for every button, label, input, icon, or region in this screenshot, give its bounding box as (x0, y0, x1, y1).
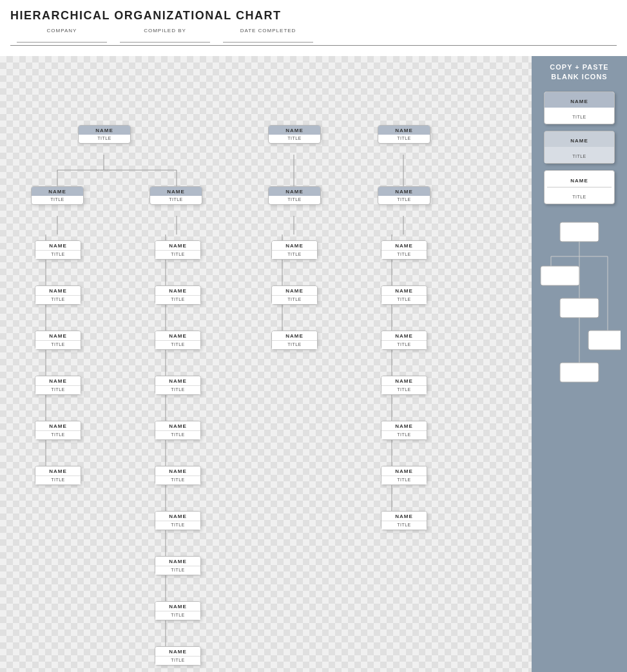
s2-l2-node: NAME TITLE (268, 186, 321, 205)
s3-c5: NAMETITLE (381, 421, 427, 440)
sidebar-title: COPY + PASTEBLANK ICONS (550, 62, 608, 82)
connectors-svg (10, 64, 513, 672)
sidebar-node-2-body: TITLE (545, 147, 614, 163)
sidebar: COPY + PASTEBLANK ICONS NAME TITLE NAME … (532, 56, 627, 672)
date-label: DATE COMPLETED (240, 28, 296, 34)
s1-l2b-c8: NAMETITLE (155, 556, 201, 575)
s3-c6: NAMETITLE (381, 466, 427, 485)
s1-l2a-c2: NAMETITLE (35, 285, 81, 305)
s1-l2b-c7: NAMETITLE (155, 511, 201, 530)
sidebar-node-1-title: TITLE (572, 115, 586, 119)
s3-c7: NAMETITLE (381, 511, 427, 530)
s2-c2: NAMETITLE (271, 285, 318, 305)
date-value[interactable] (223, 35, 313, 43)
sidebar-tree-diagram (538, 221, 621, 414)
sidebar-node-2-title: TITLE (572, 154, 586, 158)
s1-l2a-c4: NAMETITLE (35, 376, 81, 395)
s1-l2b-c3: NAMETITLE (155, 331, 201, 350)
s2-c1: NAMETITLE (271, 240, 318, 260)
s1-l2a-c6: NAMETITLE (35, 466, 81, 485)
header-field-company: COMPANY (10, 28, 113, 43)
sidebar-node-1-header: NAME (545, 92, 614, 108)
s3-c1: NAMETITLE (381, 240, 427, 260)
s3-l1-node: NAME TITLE (378, 125, 430, 144)
svg-rect-40 (560, 222, 599, 242)
sidebar-node-3-title: TITLE (572, 195, 586, 199)
s1-l1-name: NAME (79, 126, 130, 135)
s1-l2b-c2: NAMETITLE (155, 285, 201, 305)
svg-rect-48 (588, 331, 621, 350)
chart-area: NAME TITLE NAME TITLE NAME TITLE NAMETIT… (0, 56, 532, 672)
compiled-label: COMPILED BY (144, 28, 186, 34)
chart-outer: NAME TITLE NAME TITLE NAME TITLE NAMETIT… (10, 64, 513, 672)
s1-l2b-name: NAME (150, 187, 202, 196)
s1-l2a-c1: NAMETITLE (35, 240, 81, 260)
s1-l1-node: NAME TITLE (78, 125, 131, 144)
page: HIERARCHICAL ORGANIZATIONAL CHART COMPAN… (0, 0, 627, 672)
svg-rect-50 (560, 363, 599, 382)
compiled-value[interactable] (120, 35, 210, 43)
s1-l2a-c5: NAMETITLE (35, 421, 81, 440)
sidebar-tree-svg (538, 221, 621, 414)
s1-l2a-c3: NAMETITLE (35, 331, 81, 350)
s1-l2b-c4: NAMETITLE (155, 376, 201, 395)
sidebar-node-3[interactable]: NAME TITLE (544, 170, 615, 204)
svg-rect-46 (560, 298, 599, 318)
s1-l2b-c5: NAMETITLE (155, 421, 201, 440)
s1-l2b-c9: NAMETITLE (155, 601, 201, 620)
s3-c2: NAMETITLE (381, 285, 427, 305)
header-fields: COMPANY COMPILED BY DATE COMPLETED (10, 28, 617, 46)
header: HIERARCHICAL ORGANIZATIONAL CHART COMPAN… (0, 0, 627, 50)
header-field-date: DATE COMPLETED (217, 28, 320, 43)
s1-l2b-title: TITLE (150, 196, 202, 204)
sidebar-node-3-name: NAME (570, 178, 588, 184)
page-title: HIERARCHICAL ORGANIZATIONAL CHART (10, 9, 617, 23)
sidebar-node-1-body: TITLE (545, 108, 614, 124)
header-field-compiled: COMPILED BY (113, 28, 217, 43)
s1-l2b-c1: NAMETITLE (155, 240, 201, 260)
s3-l2-node: NAME TITLE (378, 186, 430, 205)
sidebar-node-1[interactable]: NAME TITLE (544, 91, 615, 124)
sidebar-node-1-name: NAME (570, 99, 588, 104)
s1-l2b-c10: NAMETITLE (155, 646, 201, 666)
s1-l2b-c6: NAMETITLE (155, 466, 201, 485)
s1-l2a-title: TITLE (32, 196, 83, 204)
sidebar-node-2-name: NAME (570, 138, 588, 144)
s1-l1-title: TITLE (79, 135, 130, 143)
s1-l2b-node: NAME TITLE (150, 186, 202, 205)
svg-rect-44 (541, 266, 579, 285)
s3-c4: NAMETITLE (381, 376, 427, 395)
sidebar-node-2[interactable]: NAME TITLE (544, 131, 615, 164)
s2-l1-node: NAME TITLE (268, 125, 321, 144)
company-label: COMPANY (47, 28, 77, 34)
main-content: NAME TITLE NAME TITLE NAME TITLE NAMETIT… (0, 50, 627, 672)
s1-l2a-name: NAME (32, 187, 83, 196)
s2-c3: NAMETITLE (271, 331, 318, 350)
s3-c3: NAMETITLE (381, 331, 427, 350)
sidebar-node-2-header: NAME (545, 131, 614, 147)
company-value[interactable] (17, 35, 107, 43)
s1-l2a-node: NAME TITLE (31, 186, 84, 205)
